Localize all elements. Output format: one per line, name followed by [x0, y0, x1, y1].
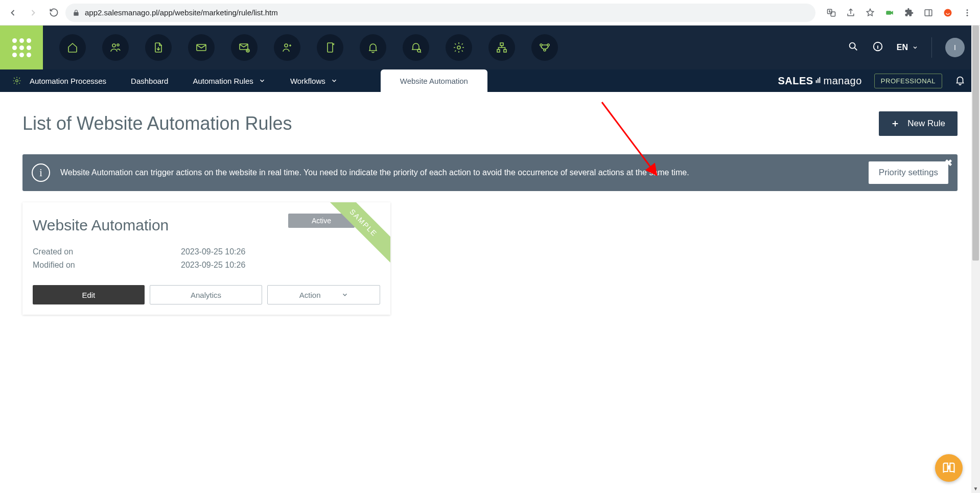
translate-icon[interactable] [823, 4, 840, 21]
sidepanel-icon[interactable] [920, 4, 937, 21]
sample-ribbon: SAMPLE [319, 202, 390, 267]
subnav-section-label: Automation Processes [30, 77, 106, 85]
edit-button[interactable]: Edit [33, 285, 145, 304]
help-fab-button[interactable]: ? [935, 454, 963, 482]
svg-point-21 [540, 44, 542, 46]
svg-rect-29 [819, 77, 820, 83]
apps-grid-button[interactable] [0, 26, 43, 69]
sub-nav: Automation Processes Dashboard Automatio… [0, 69, 980, 92]
nav-email-plus-icon[interactable] [231, 34, 258, 61]
nav-email-icon[interactable] [188, 34, 215, 61]
created-label: Created on [33, 247, 181, 256]
bookmark-star-icon[interactable] [861, 4, 879, 21]
app-top-nav: EN I [0, 26, 980, 69]
chevron-down-icon [912, 44, 918, 51]
subnav-dashboard[interactable]: Dashboard [129, 69, 170, 92]
nav-settings-gear-icon[interactable] [446, 34, 472, 61]
share-icon[interactable] [842, 4, 859, 21]
nav-home-icon[interactable] [59, 34, 86, 61]
divider [931, 37, 932, 58]
nav-contacts-icon[interactable] [102, 34, 129, 61]
svg-point-6 [967, 9, 968, 11]
created-value: 2023-09-25 10:26 [181, 247, 245, 256]
nav-sitemap-icon[interactable] [488, 34, 515, 61]
svg-rect-27 [815, 80, 816, 83]
address-bar[interactable]: app2.salesmanago.pl/app/website/marketin… [65, 4, 815, 22]
svg-point-8 [967, 14, 968, 16]
notifications-bell-icon[interactable] [954, 75, 966, 87]
svg-point-9 [112, 44, 115, 47]
forward-button[interactable] [25, 4, 42, 21]
page-title: List of Website Automation Rules [22, 113, 292, 134]
info-banner: i Website Automation can trigger actions… [22, 154, 958, 191]
svg-point-22 [547, 44, 549, 46]
new-rule-button[interactable]: New Rule [879, 111, 958, 136]
back-button[interactable] [4, 4, 21, 21]
priority-settings-button[interactable]: Priority settings [869, 161, 948, 184]
banner-text: Website Automation can trigger actions o… [60, 167, 858, 178]
nav-bell-search-icon[interactable] [403, 34, 429, 61]
info-circle-icon: i [32, 163, 50, 182]
svg-point-7 [967, 12, 968, 13]
nav-flow-icon[interactable] [531, 34, 558, 61]
svg-rect-11 [197, 44, 206, 51]
svg-text:?: ? [947, 465, 950, 470]
scroll-thumb[interactable] [972, 26, 979, 261]
browser-menu-icon[interactable] [959, 4, 976, 21]
action-dropdown[interactable]: Action [267, 285, 380, 304]
reload-button[interactable] [45, 4, 62, 21]
language-label: EN [897, 43, 908, 52]
svg-rect-15 [328, 43, 333, 52]
svg-rect-2 [886, 11, 891, 15]
brand-logo-text: SALES manago [778, 75, 861, 87]
chevron-down-icon [259, 77, 266, 84]
info-icon[interactable] [872, 41, 883, 54]
brand-bars-icon [814, 76, 823, 84]
analytics-button[interactable]: Analytics [150, 285, 263, 304]
language-selector[interactable]: EN [897, 43, 918, 52]
chevron-down-icon [331, 77, 338, 84]
svg-point-5 [944, 9, 952, 16]
nav-user-plus-icon[interactable] [274, 34, 300, 61]
subnav-automation-rules[interactable]: Automation Rules [191, 69, 267, 92]
scroll-down-arrow[interactable]: ▼ [971, 484, 980, 493]
plus-icon [891, 120, 899, 128]
user-avatar[interactable]: I [945, 38, 965, 57]
extension-camera-icon[interactable] [881, 4, 898, 21]
extensions-puzzle-icon[interactable] [900, 4, 918, 21]
svg-point-14 [285, 44, 288, 47]
subnav-workflows[interactable]: Workflows [288, 69, 340, 92]
plan-badge: PROFESSIONAL [874, 74, 942, 88]
svg-rect-19 [497, 50, 500, 52]
svg-point-24 [849, 43, 855, 49]
browser-extensions [823, 4, 976, 21]
url-text: app2.salesmanago.pl/app/website/marketin… [85, 8, 278, 17]
subnav-tab-website-automation[interactable]: Website Automation [381, 69, 487, 92]
svg-point-26 [16, 80, 18, 82]
chevron-down-icon [341, 291, 348, 298]
nav-bell-icon[interactable] [360, 34, 386, 61]
lock-icon [73, 9, 80, 16]
svg-rect-3 [925, 10, 932, 16]
close-icon[interactable]: ✖ [945, 157, 952, 169]
svg-point-10 [117, 44, 119, 46]
subnav-section[interactable]: Automation Processes [10, 69, 108, 92]
rule-card: Active SAMPLE Website Automation Created… [22, 202, 390, 315]
svg-rect-28 [818, 78, 819, 83]
nav-import-icon[interactable] [145, 34, 172, 61]
nav-mobile-icon[interactable] [317, 34, 343, 61]
page-content: List of Website Automation Rules New Rul… [0, 92, 980, 493]
browser-toolbar: app2.salesmanago.pl/app/website/marketin… [0, 0, 980, 26]
svg-rect-18 [500, 43, 503, 45]
modified-label: Modified on [33, 261, 181, 270]
gear-outline-icon [12, 76, 21, 85]
svg-point-17 [457, 46, 460, 49]
modified-value: 2023-09-25 10:26 [181, 261, 245, 270]
search-icon[interactable] [848, 41, 859, 54]
window-scrollbar[interactable]: ▲ ▼ [971, 26, 980, 493]
extension-orange-icon[interactable] [939, 4, 956, 21]
help-book-icon: ? [942, 461, 956, 475]
svg-rect-20 [504, 50, 506, 52]
